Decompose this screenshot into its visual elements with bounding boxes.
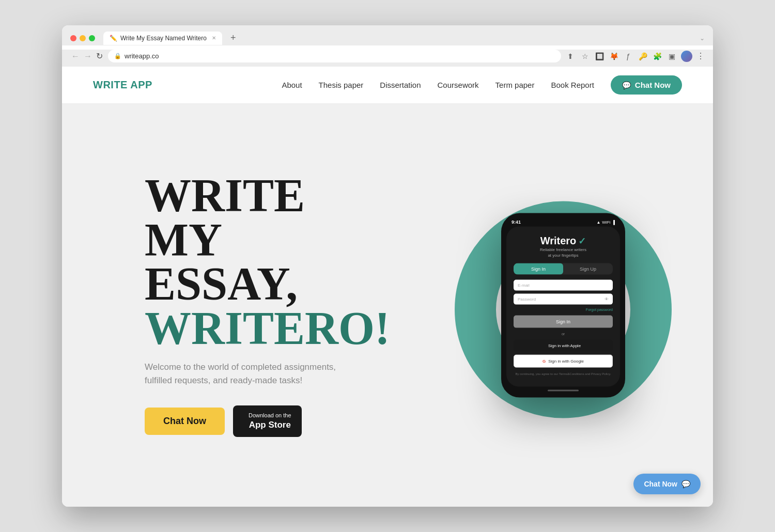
header-chat-now-button[interactable]: 💬 Chat Now [611,75,682,95]
headline-line1: WRITE [145,174,390,218]
tab-favicon: ✏️ [110,35,117,42]
bookmark-icon[interactable]: ☆ [580,52,590,60]
appstore-large-text: App Store [249,419,291,431]
window-controls[interactable]: ⌄ [700,35,705,42]
headline-line2: MY [145,218,390,262]
or-divider: or [514,332,613,336]
maximize-button[interactable] [89,35,95,41]
nav-thesis[interactable]: Thesis paper [319,81,364,89]
key-icon[interactable]: 🔑 [638,52,648,60]
address-bar[interactable]: 🔒 writeapp.co [108,50,561,62]
script-icon[interactable]: ƒ [623,52,633,60]
phone-status-icons: ▲WiFi▐ [596,220,615,224]
new-tab-button[interactable]: + [226,30,240,45]
hero-text-block: WRITE MY ESSAY, WRITERO! Welcome to the … [145,174,390,436]
tab-close-icon[interactable]: ✕ [212,35,216,41]
app-store-button[interactable]: Download on the App Store [233,405,302,436]
nav-term-paper[interactable]: Term paper [495,81,535,89]
more-options-button[interactable]: ⋮ [696,51,705,61]
forgot-password-link[interactable]: Forgot password [514,308,613,311]
sign-in-tab[interactable]: Sign In [514,263,563,275]
close-button[interactable] [70,35,76,41]
url-text: writeapp.co [125,52,159,60]
extension-2-icon[interactable]: 🧩 [652,52,662,60]
minimize-button[interactable] [80,35,86,41]
app-name: Writero [540,235,577,247]
back-button[interactable]: ← [70,51,81,62]
phone-mockup-container: 9:41 ▲WiFi▐ Writero ✓ [465,155,661,455]
active-tab[interactable]: ✏️ Write My Essay Named Writero ✕ [103,32,222,45]
headline-line4: WRITERO! [145,306,390,351]
terms-text: By continuing, you agree to our Terms&Co… [514,372,613,376]
app-leaf-icon: ✓ [578,235,586,246]
email-field[interactable]: E-mail [514,280,613,291]
hero-section: WRITE MY ESSAY, WRITERO! Welcome to the … [62,104,713,507]
ssl-lock-icon: 🔒 [114,53,121,59]
share-icon[interactable]: ⬆ [565,52,576,60]
google-signin-icon: G [542,359,546,364]
profile-avatar[interactable] [681,51,692,62]
floating-chat-wrapper: Chat Now 💬 [633,474,701,494]
forward-button[interactable]: → [83,51,93,62]
nav-book-report[interactable]: Book Report [551,81,594,89]
phone-screen: Writero ✓ Reliable freelance writers at … [506,227,620,387]
nav-coursework[interactable]: Coursework [438,81,479,89]
phone-notch [548,220,569,224]
nav-about[interactable]: About [282,81,302,89]
site-nav: About Thesis paper Dissertation Coursewo… [282,75,682,95]
tab-title: Write My Essay Named Writero [120,35,207,42]
phone-mockup: 9:41 ▲WiFi▐ Writero ✓ [501,213,625,398]
hero-buttons: Chat Now Download on the App Store [145,405,390,436]
nav-dissertation[interactable]: Dissertation [380,81,421,89]
eye-icon: 👁 [605,297,609,302]
signin-signup-toggle: Sign In Sign Up [514,263,613,275]
hero-chat-now-button[interactable]: Chat Now [145,408,225,435]
hero-subtext: Welcome to the world of completed assign… [145,361,341,387]
appstore-small-text: Download on the [249,412,291,419]
password-field[interactable]: Password 👁 [514,294,613,305]
app-tagline: Reliable freelance writers at your finge… [514,247,613,258]
home-indicator [548,389,579,391]
site-header: WRITE APP About Thesis paper Dissertatio… [62,67,713,104]
hero-headline: WRITE MY ESSAY, WRITERO! [145,174,390,350]
site-logo[interactable]: WRITE APP [93,79,152,91]
headline-line3: ESSAY, [145,262,390,306]
extension-1-icon[interactable]: 🔲 [594,52,605,60]
chat-icon: 💬 [622,81,631,89]
sign-up-tab[interactable]: Sign Up [563,263,613,275]
apple-signin-button[interactable]: Sign in with Apple [514,340,613,352]
firefox-icon[interactable]: 🦊 [609,52,619,60]
floating-chat-icon: 💬 [681,480,690,488]
reload-button[interactable]: ↻ [95,50,104,62]
app-signin-button[interactable]: Sign In [514,316,613,328]
floating-chat-button[interactable]: Chat Now 💬 [633,474,701,494]
sidebar-icon[interactable]: ▣ [667,52,677,60]
phone-time: 9:41 [512,220,521,225]
google-signin-button[interactable]: G Sign in with Google [514,355,613,368]
